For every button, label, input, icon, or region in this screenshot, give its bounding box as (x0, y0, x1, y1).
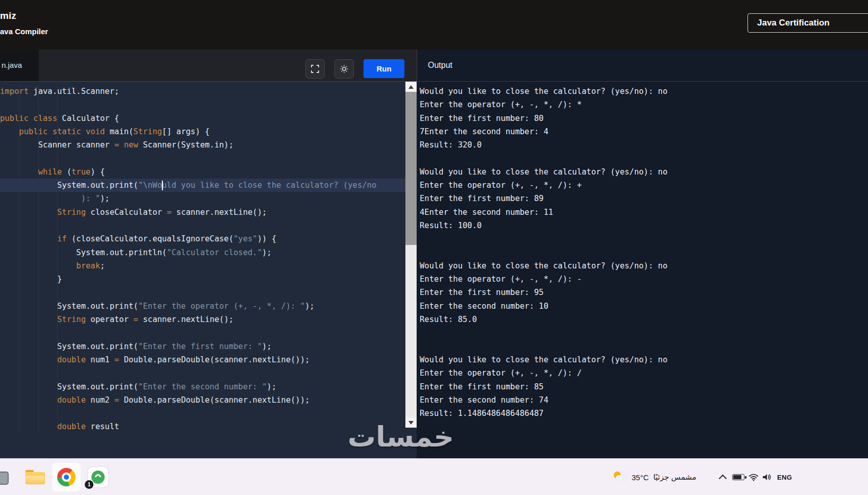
output-line: Result: 85.0 (420, 313, 667, 326)
output-line: Would you like to close the calculator? … (420, 165, 667, 179)
code-line: System.out.print("Enter the first number… (0, 340, 405, 353)
chat-app-icon (91, 471, 105, 484)
taskbar: 1 35°C مشمس جزئيًا (0, 458, 868, 495)
output-line (420, 232, 667, 245)
output-line: Would you like to close the calculator? … (420, 353, 667, 366)
output-line: Would you like to close the calculator? … (420, 259, 667, 273)
code-line: if (closeCalculator.equalsIgnoreCase("ye… (0, 232, 405, 245)
speaker-icon (762, 473, 771, 481)
folder-icon-front (26, 476, 44, 484)
chrome-icon (57, 468, 76, 486)
fullscreen-icon (310, 64, 320, 73)
brand-logo-partial: miz (0, 10, 16, 21)
run-button[interactable]: Run (364, 59, 404, 78)
brand-subtitle-partial: ava Compiler (0, 27, 48, 36)
tab-bar: n.java Run (0, 50, 417, 82)
code-line: double num2 = Double.parseDouble(scanner… (0, 393, 405, 407)
chevron-up-icon (719, 474, 727, 482)
wifi-indicator[interactable] (749, 459, 759, 495)
text-caret (162, 181, 163, 190)
output-line: Enter the second number: 10 (420, 300, 667, 313)
scroll-up-button[interactable] (405, 82, 417, 92)
code-area: import java.util.Scanner; public class C… (0, 85, 405, 433)
notification-badge: 1 (85, 480, 93, 489)
battery-indicator[interactable] (732, 459, 744, 495)
code-line: while (true) { (0, 165, 405, 179)
cropped-pinned-app-icon[interactable] (0, 472, 9, 485)
code-line (0, 219, 405, 232)
site-header: miz ava Compiler Java Certification (0, 0, 868, 50)
sun-icon (340, 64, 349, 73)
output-header: Output (417, 50, 868, 82)
code-line (0, 407, 405, 420)
output-line: Enter the first number: 80 (420, 112, 667, 125)
output-line (420, 152, 667, 165)
output-line: Enter the first number: 85 (420, 380, 667, 393)
weather-temp: 35°C (632, 473, 649, 482)
tray-chevron-button[interactable] (720, 459, 726, 495)
output-panel[interactable]: Would you like to close the calculator? … (417, 82, 868, 458)
language-button[interactable]: ENG (777, 459, 792, 495)
code-lines: import java.util.Scanner; public class C… (0, 85, 405, 433)
output-line: Enter the operator (+, -, *, /): + (420, 179, 667, 192)
code-line: ): "); (0, 192, 405, 205)
output-line (420, 340, 667, 353)
output-line: Enter the operator (+, -, *, /): / (420, 366, 667, 380)
code-editor[interactable]: import java.util.Scanner; public class C… (0, 82, 405, 458)
code-line: public class Calculator { (0, 112, 405, 125)
code-line: } (0, 273, 405, 286)
code-line: System.out.print("Enter the operator (+,… (0, 300, 405, 313)
code-line: System.out.println("Calculator closed.")… (0, 246, 405, 259)
chat-app-button[interactable]: 1 (88, 467, 108, 487)
partly-sunny-icon (613, 472, 627, 483)
code-line: String closeCalculator = scanner.nextLin… (0, 206, 405, 219)
output-line: Enter the operator (+, -, *, /): * (420, 98, 667, 111)
output-line (420, 246, 667, 259)
file-explorer-button[interactable] (26, 470, 45, 484)
editor-scrollbar[interactable] (405, 82, 417, 428)
output-line: 4Enter the second number: 11 (420, 206, 667, 219)
code-line (0, 98, 405, 111)
code-line: double num1 = Double.parseDouble(scanner… (0, 353, 405, 366)
code-line: break; (0, 259, 405, 273)
output-line: Result: 320.0 (420, 138, 667, 152)
weather-widget[interactable]: 35°C مشمس جزئيًا (613, 459, 696, 495)
code-line (0, 326, 405, 339)
theme-toggle-button[interactable] (334, 59, 354, 79)
code-line (0, 286, 405, 299)
code-line: Scanner scanner = new Scanner(System.in)… (0, 138, 405, 152)
output-line: Would you like to close the calculator? … (420, 85, 667, 98)
battery-fill (733, 475, 741, 479)
toolbar-row: n.java Run Output (0, 50, 868, 82)
wifi-icon (749, 473, 759, 481)
code-line (0, 152, 405, 165)
cloud-shape (616, 475, 626, 481)
code-line: String operator = scanner.nextLine(); (0, 313, 405, 326)
main-split: import java.util.Scanner; public class C… (0, 82, 868, 458)
code-line: System.out.print("Enter the second numbe… (0, 380, 405, 393)
code-line: public static void main(String[] args) { (0, 125, 405, 138)
output-line: Enter the operator (+, -, *, /): - (420, 273, 667, 286)
java-certification-button[interactable]: Java Certification (748, 13, 868, 33)
code-line: import java.util.Scanner; (0, 85, 405, 98)
arrow-up-icon (408, 85, 414, 89)
output-line: Enter the first number: 89 (420, 192, 667, 205)
tab-main-java[interactable]: n.java (0, 50, 39, 81)
code-line (0, 366, 405, 380)
chrome-button[interactable] (52, 463, 81, 491)
scrollbar-thumb[interactable] (405, 92, 417, 245)
battery-icon (732, 474, 744, 480)
output-title: Output (428, 50, 452, 81)
weather-condition: مشمس جزئيًا (654, 473, 696, 482)
screen: miz ava Compiler Java Certification n.ja… (0, 0, 868, 495)
output-line: Enter the second number: 74 (420, 393, 667, 407)
output-lines: Would you like to close the calculator? … (420, 85, 667, 420)
watermark: خمسات (332, 420, 470, 453)
output-line: Result: 100.0 (420, 219, 667, 232)
output-line: Enter the first number: 95 (420, 286, 667, 299)
output-line (420, 326, 667, 339)
volume-indicator[interactable] (762, 459, 771, 495)
fullscreen-button[interactable] (305, 59, 325, 79)
code-line: System.out.print("\nWould you like to cl… (0, 179, 405, 192)
output-line: Result: 1.1486486486486487 (420, 407, 667, 420)
